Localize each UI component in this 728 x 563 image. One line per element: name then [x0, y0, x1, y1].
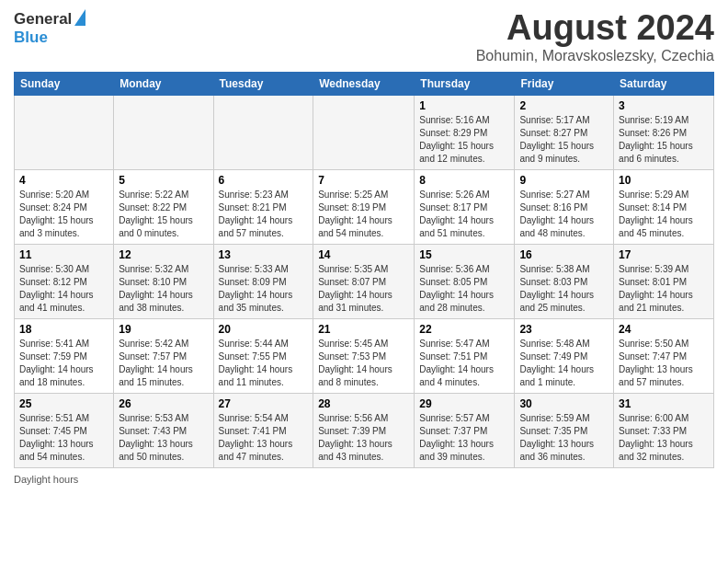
table-row: 17Sunrise: 5:39 AMSunset: 8:01 PMDayligh… [614, 244, 714, 318]
day-info: Sunrise: 5:33 AMSunset: 8:09 PMDaylight:… [219, 263, 309, 315]
table-row: 24Sunrise: 5:50 AMSunset: 7:47 PMDayligh… [614, 318, 714, 393]
table-row: 20Sunrise: 5:44 AMSunset: 7:55 PMDayligh… [213, 318, 313, 393]
day-number: 25 [19, 397, 108, 410]
logo-general-text: General [14, 10, 72, 29]
calendar-week-row: 4Sunrise: 5:20 AMSunset: 8:24 PMDaylight… [15, 169, 714, 244]
day-number: 18 [19, 323, 108, 336]
day-number: 3 [619, 99, 709, 112]
calendar-table: Sunday Monday Tuesday Wednesday Thursday… [14, 72, 714, 468]
table-row: 14Sunrise: 5:35 AMSunset: 8:07 PMDayligh… [313, 244, 415, 318]
col-thursday: Thursday [415, 72, 515, 95]
day-number: 22 [419, 323, 509, 336]
subtitle: Bohumin, Moravskoslezsky, Czechia [476, 48, 714, 64]
day-number: 1 [419, 99, 509, 112]
main-title: August 2024 [476, 9, 714, 48]
table-row: 25Sunrise: 5:51 AMSunset: 7:45 PMDayligh… [15, 393, 114, 467]
day-number: 28 [318, 397, 409, 410]
day-info: Sunrise: 5:54 AMSunset: 7:41 PMDaylight:… [219, 412, 309, 464]
day-number: 11 [19, 248, 108, 261]
calendar-week-row: 18Sunrise: 5:41 AMSunset: 7:59 PMDayligh… [15, 318, 714, 393]
day-info: Sunrise: 5:27 AMSunset: 8:16 PMDaylight:… [519, 189, 609, 240]
daylight-label: Daylight hours [14, 474, 78, 485]
footer-note: Daylight hours [14, 474, 714, 485]
day-number: 20 [219, 323, 309, 336]
day-number: 31 [619, 397, 709, 410]
day-info: Sunrise: 5:57 AMSunset: 7:37 PMDaylight:… [419, 412, 509, 464]
table-row: 27Sunrise: 5:54 AMSunset: 7:41 PMDayligh… [213, 393, 313, 467]
day-number: 30 [519, 397, 609, 410]
day-info: Sunrise: 5:17 AMSunset: 8:27 PMDaylight:… [519, 114, 609, 166]
day-info: Sunrise: 5:38 AMSunset: 8:03 PMDaylight:… [519, 263, 609, 315]
day-info: Sunrise: 5:32 AMSunset: 8:10 PMDaylight:… [119, 263, 208, 315]
day-number: 2 [519, 99, 609, 112]
table-row: 1Sunrise: 5:16 AMSunset: 8:29 PMDaylight… [415, 95, 515, 169]
table-row: 16Sunrise: 5:38 AMSunset: 8:03 PMDayligh… [515, 244, 614, 318]
day-info: Sunrise: 5:25 AMSunset: 8:19 PMDaylight:… [318, 189, 409, 240]
logo: General Blue [14, 9, 85, 47]
calendar-week-row: 25Sunrise: 5:51 AMSunset: 7:45 PMDayligh… [15, 393, 714, 467]
table-row: 18Sunrise: 5:41 AMSunset: 7:59 PMDayligh… [15, 318, 114, 393]
table-row: 10Sunrise: 5:29 AMSunset: 8:14 PMDayligh… [614, 169, 714, 244]
day-info: Sunrise: 5:36 AMSunset: 8:05 PMDaylight:… [419, 263, 509, 315]
day-number: 29 [419, 397, 509, 410]
day-info: Sunrise: 5:19 AMSunset: 8:26 PMDaylight:… [619, 114, 709, 166]
col-saturday: Saturday [614, 72, 714, 95]
day-number: 10 [619, 174, 709, 187]
day-number: 16 [519, 248, 609, 261]
day-info: Sunrise: 5:39 AMSunset: 8:01 PMDaylight:… [619, 263, 709, 315]
day-info: Sunrise: 5:26 AMSunset: 8:17 PMDaylight:… [419, 189, 509, 240]
col-sunday: Sunday [15, 72, 114, 95]
day-number: 24 [619, 323, 709, 336]
col-monday: Monday [114, 72, 213, 95]
table-row: 30Sunrise: 5:59 AMSunset: 7:35 PMDayligh… [515, 393, 614, 467]
page-header: General Blue August 2024 Bohumin, Moravs… [14, 9, 714, 64]
day-info: Sunrise: 5:50 AMSunset: 7:47 PMDaylight:… [619, 338, 709, 389]
table-row: 9Sunrise: 5:27 AMSunset: 8:16 PMDaylight… [515, 169, 614, 244]
day-number: 13 [219, 248, 309, 261]
table-row: 4Sunrise: 5:20 AMSunset: 8:24 PMDaylight… [15, 169, 114, 244]
day-info: Sunrise: 5:42 AMSunset: 7:57 PMDaylight:… [119, 338, 208, 389]
table-row: 5Sunrise: 5:22 AMSunset: 8:22 PMDaylight… [114, 169, 213, 244]
day-number: 23 [519, 323, 609, 336]
day-number: 9 [519, 174, 609, 187]
day-number: 8 [419, 174, 509, 187]
day-info: Sunrise: 5:41 AMSunset: 7:59 PMDaylight:… [19, 338, 108, 389]
day-number: 26 [119, 397, 208, 410]
day-info: Sunrise: 5:35 AMSunset: 8:07 PMDaylight:… [318, 263, 409, 315]
table-row: 2Sunrise: 5:17 AMSunset: 8:27 PMDaylight… [515, 95, 614, 169]
table-row: 29Sunrise: 5:57 AMSunset: 7:37 PMDayligh… [415, 393, 515, 467]
day-number: 6 [219, 174, 309, 187]
table-row: 11Sunrise: 5:30 AMSunset: 8:12 PMDayligh… [15, 244, 114, 318]
col-tuesday: Tuesday [213, 72, 313, 95]
table-row: 22Sunrise: 5:47 AMSunset: 7:51 PMDayligh… [415, 318, 515, 393]
table-row [313, 95, 415, 169]
day-info: Sunrise: 5:29 AMSunset: 8:14 PMDaylight:… [619, 189, 709, 240]
table-row: 12Sunrise: 5:32 AMSunset: 8:10 PMDayligh… [114, 244, 213, 318]
day-info: Sunrise: 5:59 AMSunset: 7:35 PMDaylight:… [519, 412, 609, 464]
day-info: Sunrise: 6:00 AMSunset: 7:33 PMDaylight:… [619, 412, 709, 464]
day-info: Sunrise: 5:45 AMSunset: 7:53 PMDaylight:… [318, 338, 409, 389]
table-row: 31Sunrise: 6:00 AMSunset: 7:33 PMDayligh… [614, 393, 714, 467]
day-number: 17 [619, 248, 709, 261]
day-info: Sunrise: 5:23 AMSunset: 8:21 PMDaylight:… [219, 189, 309, 240]
day-info: Sunrise: 5:48 AMSunset: 7:49 PMDaylight:… [519, 338, 609, 389]
calendar-week-row: 11Sunrise: 5:30 AMSunset: 8:12 PMDayligh… [15, 244, 714, 318]
day-info: Sunrise: 5:44 AMSunset: 7:55 PMDaylight:… [219, 338, 309, 389]
day-info: Sunrise: 5:20 AMSunset: 8:24 PMDaylight:… [19, 189, 108, 240]
col-friday: Friday [515, 72, 614, 95]
day-number: 21 [318, 323, 409, 336]
table-row [15, 95, 114, 169]
col-wednesday: Wednesday [313, 72, 415, 95]
day-number: 5 [119, 174, 208, 187]
table-row: 19Sunrise: 5:42 AMSunset: 7:57 PMDayligh… [114, 318, 213, 393]
table-row: 15Sunrise: 5:36 AMSunset: 8:05 PMDayligh… [415, 244, 515, 318]
day-number: 12 [119, 248, 208, 261]
day-info: Sunrise: 5:56 AMSunset: 7:39 PMDaylight:… [318, 412, 409, 464]
day-number: 7 [318, 174, 409, 187]
table-row [213, 95, 313, 169]
table-row: 3Sunrise: 5:19 AMSunset: 8:26 PMDaylight… [614, 95, 714, 169]
day-number: 14 [318, 248, 409, 261]
table-row: 28Sunrise: 5:56 AMSunset: 7:39 PMDayligh… [313, 393, 415, 467]
table-row: 21Sunrise: 5:45 AMSunset: 7:53 PMDayligh… [313, 318, 415, 393]
table-row [114, 95, 213, 169]
